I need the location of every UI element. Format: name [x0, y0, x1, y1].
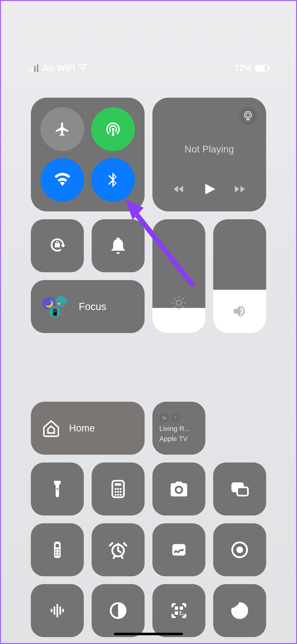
wifi-icon [78, 63, 88, 73]
silent-mode-toggle[interactable] [92, 219, 144, 272]
svg-point-1 [246, 113, 250, 117]
volume-icon [213, 302, 266, 320]
qr-scanner-button[interactable] [152, 584, 205, 637]
svg-rect-12 [115, 483, 122, 486]
calculator-button[interactable] [92, 462, 144, 516]
brightness-icon [152, 295, 205, 311]
svg-rect-44 [180, 606, 183, 610]
svg-point-19 [115, 494, 117, 496]
svg-point-2 [176, 300, 182, 306]
svg-line-8 [182, 306, 184, 308]
apple-tv-line1: Living R... [159, 424, 190, 433]
control-center: Not Playing 🌙 🛏️ 📱 Focus [31, 98, 266, 637]
svg-point-30 [55, 554, 57, 555]
svg-point-33 [117, 543, 119, 545]
home-indicator [114, 633, 183, 635]
now-playing-label: Not Playing [152, 144, 266, 155]
cellular-data-toggle[interactable] [91, 107, 135, 151]
screen-mirroring-button[interactable] [213, 462, 266, 516]
airplay-button[interactable] [239, 107, 257, 125]
focus-mode-icons: 🌙 🛏️ 📱 [42, 295, 71, 318]
alarm-button[interactable] [92, 523, 144, 576]
svg-point-16 [115, 491, 117, 493]
personal-focus-icon: 📱 [48, 306, 61, 318]
svg-point-29 [58, 552, 60, 553]
svg-point-15 [120, 488, 122, 490]
play-pause-button[interactable] [201, 181, 217, 198]
svg-point-18 [120, 491, 122, 493]
dark-mode-button[interactable] [92, 584, 144, 637]
media-controls[interactable]: Not Playing [152, 98, 266, 212]
svg-rect-41 [62, 609, 64, 612]
svg-rect-47 [182, 614, 183, 615]
svg-point-26 [55, 549, 57, 550]
camera-button[interactable] [152, 462, 205, 516]
focus-label: Focus [79, 301, 106, 312]
apple-tv-line2: Apple TV [159, 435, 188, 443]
svg-point-0 [244, 112, 252, 118]
cellular-signal-icon [28, 64, 38, 72]
screen-record-button[interactable] [213, 523, 266, 576]
svg-rect-46 [180, 612, 182, 613]
wifi-toggle[interactable] [40, 158, 84, 202]
carrier-label: Jio WiFi [42, 63, 75, 73]
svg-rect-23 [237, 488, 248, 496]
next-track-button[interactable] [233, 182, 246, 197]
svg-rect-40 [60, 606, 61, 615]
svg-point-31 [58, 554, 60, 555]
svg-rect-39 [51, 609, 52, 612]
timer-button[interactable] [213, 584, 266, 637]
home-label: Home [69, 423, 95, 434]
home-icon [42, 418, 61, 438]
svg-point-14 [117, 488, 119, 490]
svg-point-21 [120, 494, 122, 496]
svg-line-10 [182, 298, 184, 299]
flashlight-button[interactable] [31, 462, 84, 516]
battery-percent-label: 72% [234, 63, 252, 73]
svg-point-36 [236, 546, 243, 553]
apple-tv-badge: tv [159, 414, 169, 422]
status-bar: Jio WiFi 72% [1, 63, 296, 73]
svg-rect-45 [175, 612, 178, 615]
svg-point-27 [58, 549, 60, 550]
svg-rect-38 [54, 606, 55, 615]
svg-point-25 [56, 544, 59, 548]
freeform-button[interactable] [152, 523, 205, 576]
warning-icon: ! [171, 414, 180, 423]
focus-button[interactable]: 🌙 🛏️ 📱 Focus [31, 280, 144, 333]
apple-tv-remote-tile[interactable]: tv ! Living R... Apple TV [152, 402, 205, 455]
home-button[interactable]: Home [31, 402, 144, 455]
svg-line-7 [174, 298, 175, 299]
previous-track-button[interactable] [172, 182, 185, 197]
svg-line-9 [174, 306, 175, 308]
svg-point-17 [117, 491, 119, 493]
svg-point-28 [55, 552, 57, 553]
volume-slider[interactable] [213, 219, 266, 333]
svg-rect-43 [175, 606, 178, 610]
airplane-mode-toggle[interactable] [40, 107, 84, 151]
battery-icon [255, 65, 268, 72]
shazam-button[interactable] [31, 584, 84, 637]
brightness-slider[interactable] [152, 219, 205, 333]
apple-tv-remote-button[interactable] [31, 523, 84, 576]
bluetooth-toggle[interactable] [91, 158, 135, 202]
svg-point-20 [117, 494, 119, 496]
svg-rect-48 [180, 614, 181, 615]
svg-point-13 [115, 488, 117, 490]
connectivity-group[interactable] [31, 98, 144, 212]
orientation-lock-toggle[interactable] [31, 219, 84, 272]
svg-rect-37 [56, 604, 58, 617]
